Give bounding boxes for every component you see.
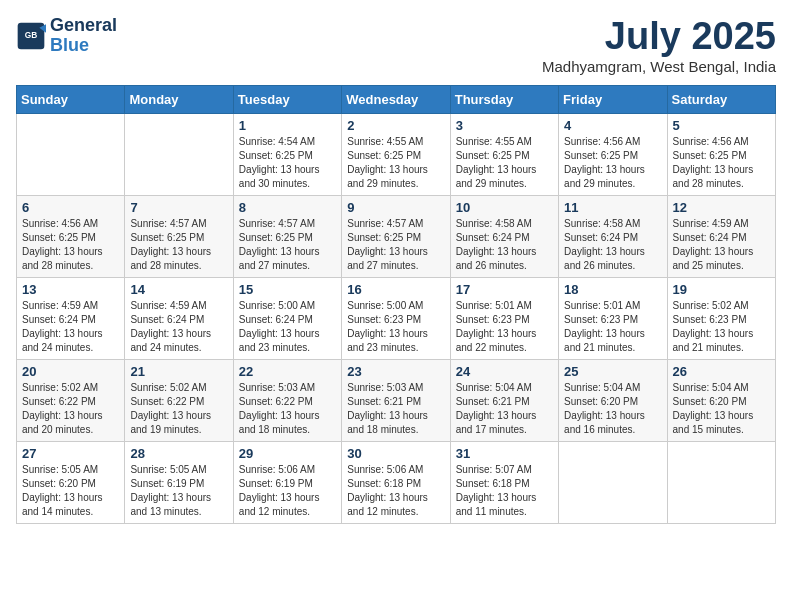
calendar-cell: 10Sunrise: 4:58 AM Sunset: 6:24 PM Dayli… bbox=[450, 195, 558, 277]
month-title: July 2025 bbox=[542, 16, 776, 58]
calendar-week-row: 27Sunrise: 5:05 AM Sunset: 6:20 PM Dayli… bbox=[17, 441, 776, 523]
day-number: 13 bbox=[22, 282, 119, 297]
day-info: Sunrise: 5:05 AM Sunset: 6:19 PM Dayligh… bbox=[130, 463, 227, 519]
calendar-cell: 14Sunrise: 4:59 AM Sunset: 6:24 PM Dayli… bbox=[125, 277, 233, 359]
calendar-cell: 28Sunrise: 5:05 AM Sunset: 6:19 PM Dayli… bbox=[125, 441, 233, 523]
day-number: 1 bbox=[239, 118, 336, 133]
day-info: Sunrise: 5:04 AM Sunset: 6:20 PM Dayligh… bbox=[564, 381, 661, 437]
day-number: 4 bbox=[564, 118, 661, 133]
day-number: 8 bbox=[239, 200, 336, 215]
day-info: Sunrise: 5:07 AM Sunset: 6:18 PM Dayligh… bbox=[456, 463, 553, 519]
calendar-cell: 30Sunrise: 5:06 AM Sunset: 6:18 PM Dayli… bbox=[342, 441, 450, 523]
calendar-cell: 12Sunrise: 4:59 AM Sunset: 6:24 PM Dayli… bbox=[667, 195, 775, 277]
day-info: Sunrise: 5:01 AM Sunset: 6:23 PM Dayligh… bbox=[456, 299, 553, 355]
day-info: Sunrise: 5:00 AM Sunset: 6:23 PM Dayligh… bbox=[347, 299, 444, 355]
day-info: Sunrise: 4:55 AM Sunset: 6:25 PM Dayligh… bbox=[456, 135, 553, 191]
calendar-cell bbox=[667, 441, 775, 523]
day-info: Sunrise: 5:04 AM Sunset: 6:20 PM Dayligh… bbox=[673, 381, 770, 437]
day-info: Sunrise: 5:00 AM Sunset: 6:24 PM Dayligh… bbox=[239, 299, 336, 355]
day-info: Sunrise: 5:03 AM Sunset: 6:22 PM Dayligh… bbox=[239, 381, 336, 437]
day-info: Sunrise: 4:59 AM Sunset: 6:24 PM Dayligh… bbox=[130, 299, 227, 355]
day-info: Sunrise: 4:59 AM Sunset: 6:24 PM Dayligh… bbox=[22, 299, 119, 355]
day-number: 22 bbox=[239, 364, 336, 379]
day-number: 26 bbox=[673, 364, 770, 379]
day-info: Sunrise: 4:55 AM Sunset: 6:25 PM Dayligh… bbox=[347, 135, 444, 191]
day-info: Sunrise: 4:57 AM Sunset: 6:25 PM Dayligh… bbox=[239, 217, 336, 273]
weekday-header-wednesday: Wednesday bbox=[342, 85, 450, 113]
day-info: Sunrise: 4:57 AM Sunset: 6:25 PM Dayligh… bbox=[130, 217, 227, 273]
calendar-cell: 25Sunrise: 5:04 AM Sunset: 6:20 PM Dayli… bbox=[559, 359, 667, 441]
day-info: Sunrise: 5:02 AM Sunset: 6:22 PM Dayligh… bbox=[130, 381, 227, 437]
day-number: 17 bbox=[456, 282, 553, 297]
logo-text-general: General bbox=[50, 16, 117, 36]
calendar-cell: 13Sunrise: 4:59 AM Sunset: 6:24 PM Dayli… bbox=[17, 277, 125, 359]
calendar-cell: 3Sunrise: 4:55 AM Sunset: 6:25 PM Daylig… bbox=[450, 113, 558, 195]
day-info: Sunrise: 5:04 AM Sunset: 6:21 PM Dayligh… bbox=[456, 381, 553, 437]
day-info: Sunrise: 4:58 AM Sunset: 6:24 PM Dayligh… bbox=[456, 217, 553, 273]
svg-text:GB: GB bbox=[25, 29, 38, 39]
calendar-cell bbox=[17, 113, 125, 195]
calendar-table: SundayMondayTuesdayWednesdayThursdayFrid… bbox=[16, 85, 776, 524]
calendar-cell: 31Sunrise: 5:07 AM Sunset: 6:18 PM Dayli… bbox=[450, 441, 558, 523]
day-number: 3 bbox=[456, 118, 553, 133]
calendar-cell: 21Sunrise: 5:02 AM Sunset: 6:22 PM Dayli… bbox=[125, 359, 233, 441]
day-info: Sunrise: 5:05 AM Sunset: 6:20 PM Dayligh… bbox=[22, 463, 119, 519]
day-number: 28 bbox=[130, 446, 227, 461]
page-header: GB General Blue July 2025 Madhyamgram, W… bbox=[16, 16, 776, 75]
day-info: Sunrise: 5:02 AM Sunset: 6:23 PM Dayligh… bbox=[673, 299, 770, 355]
day-number: 7 bbox=[130, 200, 227, 215]
day-info: Sunrise: 5:02 AM Sunset: 6:22 PM Dayligh… bbox=[22, 381, 119, 437]
calendar-week-row: 20Sunrise: 5:02 AM Sunset: 6:22 PM Dayli… bbox=[17, 359, 776, 441]
weekday-header-tuesday: Tuesday bbox=[233, 85, 341, 113]
calendar-week-row: 6Sunrise: 4:56 AM Sunset: 6:25 PM Daylig… bbox=[17, 195, 776, 277]
day-info: Sunrise: 4:56 AM Sunset: 6:25 PM Dayligh… bbox=[22, 217, 119, 273]
weekday-header-row: SundayMondayTuesdayWednesdayThursdayFrid… bbox=[17, 85, 776, 113]
weekday-header-saturday: Saturday bbox=[667, 85, 775, 113]
calendar-cell: 5Sunrise: 4:56 AM Sunset: 6:25 PM Daylig… bbox=[667, 113, 775, 195]
calendar-cell: 18Sunrise: 5:01 AM Sunset: 6:23 PM Dayli… bbox=[559, 277, 667, 359]
calendar-cell bbox=[559, 441, 667, 523]
day-info: Sunrise: 4:56 AM Sunset: 6:25 PM Dayligh… bbox=[564, 135, 661, 191]
calendar-cell: 9Sunrise: 4:57 AM Sunset: 6:25 PM Daylig… bbox=[342, 195, 450, 277]
day-info: Sunrise: 5:06 AM Sunset: 6:18 PM Dayligh… bbox=[347, 463, 444, 519]
day-number: 20 bbox=[22, 364, 119, 379]
calendar-cell: 16Sunrise: 5:00 AM Sunset: 6:23 PM Dayli… bbox=[342, 277, 450, 359]
calendar-cell: 27Sunrise: 5:05 AM Sunset: 6:20 PM Dayli… bbox=[17, 441, 125, 523]
day-number: 27 bbox=[22, 446, 119, 461]
day-number: 2 bbox=[347, 118, 444, 133]
calendar-cell bbox=[125, 113, 233, 195]
day-number: 31 bbox=[456, 446, 553, 461]
calendar-cell: 17Sunrise: 5:01 AM Sunset: 6:23 PM Dayli… bbox=[450, 277, 558, 359]
calendar-cell: 4Sunrise: 4:56 AM Sunset: 6:25 PM Daylig… bbox=[559, 113, 667, 195]
day-number: 16 bbox=[347, 282, 444, 297]
weekday-header-thursday: Thursday bbox=[450, 85, 558, 113]
day-number: 30 bbox=[347, 446, 444, 461]
day-number: 24 bbox=[456, 364, 553, 379]
logo-icon: GB bbox=[16, 21, 46, 51]
logo-text-blue: Blue bbox=[50, 36, 117, 56]
title-block: July 2025 Madhyamgram, West Bengal, Indi… bbox=[542, 16, 776, 75]
calendar-cell: 7Sunrise: 4:57 AM Sunset: 6:25 PM Daylig… bbox=[125, 195, 233, 277]
day-number: 9 bbox=[347, 200, 444, 215]
day-number: 10 bbox=[456, 200, 553, 215]
calendar-cell: 29Sunrise: 5:06 AM Sunset: 6:19 PM Dayli… bbox=[233, 441, 341, 523]
day-number: 12 bbox=[673, 200, 770, 215]
calendar-cell: 26Sunrise: 5:04 AM Sunset: 6:20 PM Dayli… bbox=[667, 359, 775, 441]
calendar-week-row: 1Sunrise: 4:54 AM Sunset: 6:25 PM Daylig… bbox=[17, 113, 776, 195]
weekday-header-sunday: Sunday bbox=[17, 85, 125, 113]
day-number: 6 bbox=[22, 200, 119, 215]
day-info: Sunrise: 5:06 AM Sunset: 6:19 PM Dayligh… bbox=[239, 463, 336, 519]
day-info: Sunrise: 5:03 AM Sunset: 6:21 PM Dayligh… bbox=[347, 381, 444, 437]
calendar-cell: 19Sunrise: 5:02 AM Sunset: 6:23 PM Dayli… bbox=[667, 277, 775, 359]
day-number: 14 bbox=[130, 282, 227, 297]
calendar-cell: 15Sunrise: 5:00 AM Sunset: 6:24 PM Dayli… bbox=[233, 277, 341, 359]
day-number: 15 bbox=[239, 282, 336, 297]
calendar-cell: 23Sunrise: 5:03 AM Sunset: 6:21 PM Dayli… bbox=[342, 359, 450, 441]
day-number: 21 bbox=[130, 364, 227, 379]
day-number: 5 bbox=[673, 118, 770, 133]
weekday-header-monday: Monday bbox=[125, 85, 233, 113]
day-info: Sunrise: 5:01 AM Sunset: 6:23 PM Dayligh… bbox=[564, 299, 661, 355]
weekday-header-friday: Friday bbox=[559, 85, 667, 113]
day-number: 23 bbox=[347, 364, 444, 379]
calendar-week-row: 13Sunrise: 4:59 AM Sunset: 6:24 PM Dayli… bbox=[17, 277, 776, 359]
